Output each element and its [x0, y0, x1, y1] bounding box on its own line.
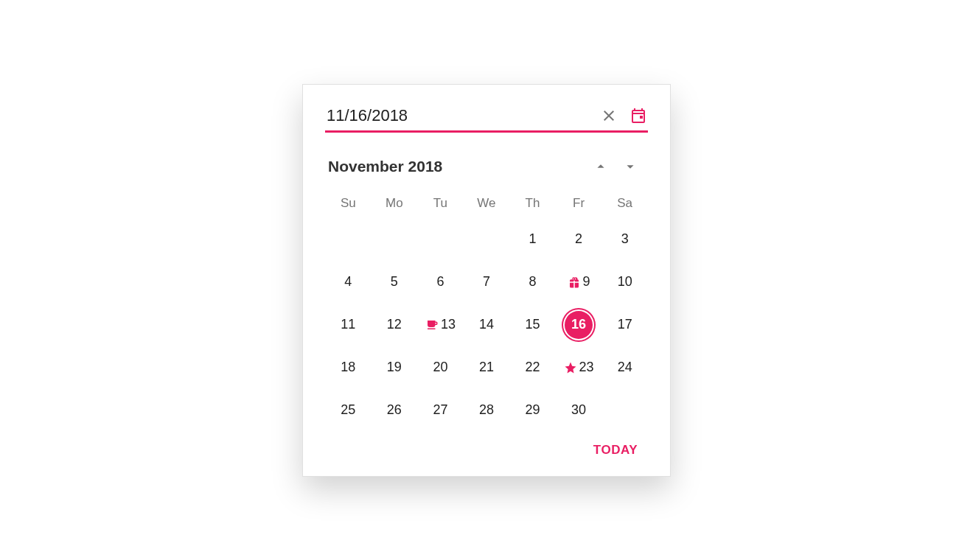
calendar-day[interactable]: 23 — [564, 354, 594, 382]
calendar-day[interactable]: 22 — [519, 354, 547, 382]
calendar-footer: TODAY — [325, 432, 648, 458]
date-input-row — [325, 105, 648, 133]
day-number: 26 — [387, 402, 402, 418]
day-number: 13 — [441, 317, 456, 332]
day-number: 11 — [341, 317, 355, 332]
today-button[interactable]: TODAY — [589, 442, 642, 458]
day-number: 12 — [387, 317, 402, 332]
calendar-toggle-button[interactable] — [629, 106, 648, 125]
calendar-grid: SuMoTuWeThFrSa 1234567891011121314151617… — [325, 189, 648, 432]
calendar-day[interactable]: 25 — [334, 396, 362, 424]
calendar-day[interactable]: 5 — [380, 268, 408, 296]
day-number: 2 — [575, 231, 582, 247]
star-icon — [564, 361, 577, 374]
calendar-day[interactable]: 24 — [611, 354, 639, 382]
weekday-header: Sa — [601, 189, 648, 218]
calendar-day[interactable]: 15 — [519, 311, 547, 339]
day-number: 24 — [618, 360, 632, 375]
datepicker-card: November 2018 SuMoTuWeThFrSa 12345678910… — [302, 84, 671, 477]
weekday-header: Su — [325, 189, 372, 218]
calendar-empty — [611, 396, 639, 424]
day-number: 6 — [436, 274, 444, 290]
calendar-day[interactable]: 28 — [472, 396, 501, 424]
weekday-header: Th — [509, 189, 556, 218]
chevron-down-icon — [622, 158, 638, 175]
weekday-header: Tu — [417, 189, 464, 218]
day-number: 16 — [571, 317, 586, 332]
calendar-day[interactable]: 11 — [334, 311, 362, 339]
day-number: 15 — [526, 317, 540, 332]
calendar-empty — [380, 225, 408, 253]
day-number: 27 — [433, 402, 447, 418]
calendar-empty — [334, 225, 362, 253]
calendar-day[interactable]: 9 — [565, 268, 593, 296]
day-number: 5 — [391, 274, 398, 290]
calendar-day[interactable]: 19 — [380, 354, 408, 382]
day-number: 17 — [618, 317, 632, 332]
calendar-day[interactable]: 12 — [380, 311, 408, 339]
calendar-icon — [630, 107, 647, 125]
weekday-header: Mo — [372, 189, 418, 218]
calendar-day[interactable]: 21 — [472, 354, 501, 382]
day-number: 21 — [479, 360, 494, 375]
month-label[interactable]: November 2018 — [328, 158, 586, 175]
day-number: 23 — [579, 360, 594, 375]
calendar-day[interactable]: 6 — [426, 268, 454, 296]
day-number: 22 — [526, 360, 540, 375]
day-number: 18 — [341, 360, 355, 375]
day-number: 29 — [526, 402, 540, 418]
gift-icon — [568, 276, 581, 289]
day-number: 1 — [529, 231, 537, 247]
calendar-day[interactable]: 20 — [426, 354, 454, 382]
day-number: 19 — [387, 360, 402, 375]
weekday-header: Fr — [556, 189, 602, 218]
calendar-day[interactable]: 14 — [472, 311, 501, 339]
day-number: 10 — [618, 274, 632, 290]
calendar-day[interactable]: 8 — [519, 268, 547, 296]
day-number: 25 — [341, 402, 355, 418]
calendar-day[interactable]: 26 — [380, 396, 408, 424]
clear-button[interactable] — [599, 106, 618, 125]
calendar-day[interactable]: 30 — [565, 396, 593, 424]
day-number: 7 — [483, 274, 490, 290]
calendar-empty — [472, 225, 501, 253]
calendar-day[interactable]: 4 — [334, 268, 362, 296]
calendar-day[interactable]: 2 — [565, 225, 593, 253]
cup-icon — [425, 318, 439, 332]
day-number: 4 — [344, 274, 352, 290]
day-number: 14 — [479, 317, 494, 332]
calendar-day[interactable]: 10 — [611, 268, 639, 296]
prev-month-button[interactable] — [586, 153, 615, 180]
calendar-day[interactable]: 18 — [334, 354, 362, 382]
day-number: 30 — [571, 402, 586, 418]
chevron-up-icon — [593, 158, 609, 175]
day-number: 3 — [621, 231, 629, 247]
next-month-button[interactable] — [615, 153, 645, 180]
calendar-empty — [426, 225, 454, 253]
calendar-day[interactable]: 16 — [565, 311, 593, 339]
day-number: 9 — [583, 274, 590, 290]
day-number: 20 — [433, 360, 447, 375]
calendar-day[interactable]: 17 — [611, 311, 639, 339]
weekday-header: We — [464, 189, 510, 218]
calendar-day[interactable]: 29 — [519, 396, 547, 424]
calendar-day[interactable]: 1 — [519, 225, 547, 253]
day-number: 8 — [529, 274, 537, 290]
day-number: 28 — [479, 402, 494, 418]
month-header: November 2018 — [325, 153, 648, 189]
date-input[interactable] — [325, 105, 599, 126]
calendar-day[interactable]: 13 — [425, 311, 456, 339]
calendar-day[interactable]: 7 — [472, 268, 501, 296]
close-icon — [600, 107, 618, 125]
calendar-day[interactable]: 27 — [426, 396, 454, 424]
calendar-day[interactable]: 3 — [611, 225, 639, 253]
